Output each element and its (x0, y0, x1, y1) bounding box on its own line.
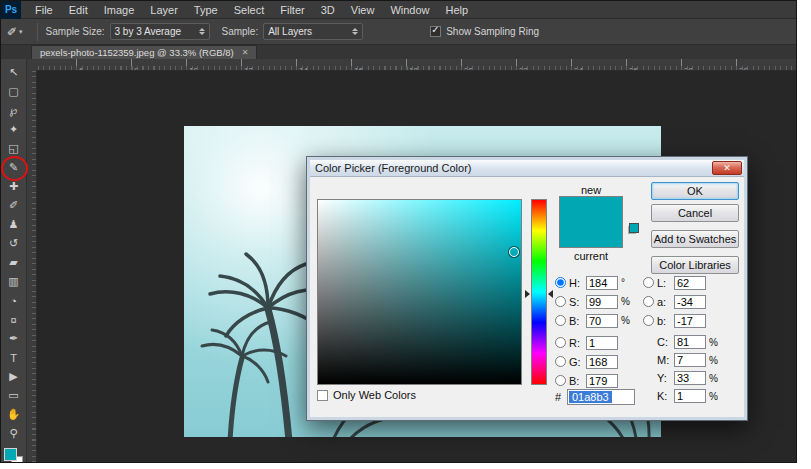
field-radio[interactable] (643, 296, 654, 307)
tab-close-icon[interactable]: ✕ (242, 48, 249, 57)
document-tab-bar: pexels-photo-1152359.jpeg @ 33.3% (RGB/8… (1, 45, 796, 59)
quick-selection-tool[interactable]: ✦ (1, 120, 27, 139)
dialog-title-bar[interactable]: Color Picker (Foreground Color) (310, 160, 744, 177)
menu-item[interactable]: File (27, 1, 61, 19)
type-tool[interactable]: T (1, 348, 27, 367)
sample-label: Sample: (222, 26, 259, 37)
clone-stamp-tool[interactable]: ♟ (1, 215, 27, 234)
menu-item[interactable]: Layer (142, 1, 186, 19)
hex-input[interactable]: 01a8b3 (567, 389, 635, 405)
eraser-tool[interactable]: ▰ (1, 253, 27, 272)
field-radio[interactable] (555, 375, 566, 386)
menu-item[interactable]: View (343, 1, 383, 19)
field-input[interactable] (586, 295, 618, 309)
field-label: M: (657, 354, 671, 366)
ruler-tick: 6 (76, 59, 131, 71)
field-row: B: (555, 371, 631, 390)
field-label: S: (569, 296, 583, 308)
field-input[interactable] (674, 335, 706, 349)
blur-tool[interactable]: ◔ (1, 291, 27, 310)
menu-item[interactable]: Select (226, 1, 273, 19)
healing-brush-tool[interactable]: ✚ (1, 177, 27, 196)
hex-row: # 01a8b3 (555, 389, 635, 405)
brush-tool[interactable]: ✐ (1, 196, 27, 215)
field-radio[interactable] (555, 356, 566, 367)
field-row: H: ° (555, 273, 631, 292)
field-radio[interactable] (643, 277, 654, 288)
hue-slider-handle[interactable] (548, 290, 553, 298)
history-brush-tool[interactable]: ↺ (1, 234, 27, 253)
field-input[interactable] (674, 276, 706, 290)
menu-item[interactable]: Window (382, 1, 437, 19)
web-safe-cube-icon[interactable] (629, 223, 639, 233)
menu-item[interactable]: Type (186, 1, 226, 19)
field-label: B: (569, 375, 583, 387)
hand-tool[interactable]: ✋ (1, 405, 27, 424)
checkbox-icon (430, 26, 441, 37)
field-row: R: (555, 333, 631, 352)
path-selection-tool[interactable]: ▶ (1, 367, 27, 386)
menu-item[interactable]: Filter (272, 1, 312, 19)
field-label: b: (657, 315, 671, 327)
field-row: L: (643, 273, 719, 292)
current-color-swatch (560, 222, 622, 247)
horizontal-ruler: 681012141618202224262830 (27, 59, 796, 71)
field-input[interactable] (586, 336, 618, 350)
zoom-tool[interactable]: ⚲ (1, 424, 27, 443)
only-web-colors-checkbox[interactable]: Only Web Colors (317, 389, 416, 401)
saturation-brightness-field[interactable] (317, 199, 522, 385)
show-sampling-ring-checkbox[interactable]: Show Sampling Ring (430, 26, 539, 37)
field-row: K: % (643, 387, 719, 405)
field-input[interactable] (674, 314, 706, 328)
field-radio[interactable] (555, 315, 566, 326)
field-radio[interactable] (555, 337, 566, 348)
dodge-tool[interactable]: ¤ (1, 310, 27, 329)
eyedropper-icon: ✐ (7, 25, 17, 39)
hue-slider-handle[interactable] (525, 290, 530, 298)
field-label: Y: (657, 372, 671, 384)
dialog-close-button[interactable]: ✕ (712, 161, 742, 175)
field-input[interactable] (674, 389, 706, 403)
color-field-marker[interactable] (509, 247, 519, 257)
field-radio[interactable] (643, 315, 654, 326)
rectangular-marquee-tool[interactable]: ▢ (1, 82, 27, 101)
options-bar: ✐ ▾ Sample Size: 3 by 3 Average Sample: … (1, 19, 796, 45)
field-radio[interactable] (555, 277, 566, 288)
add-to-swatches-button[interactable]: Add to Swatches (651, 230, 739, 248)
color-libraries-button[interactable]: Color Libraries (651, 256, 739, 274)
foreground-color-swatch[interactable] (4, 448, 17, 461)
lasso-tool[interactable]: ℘ (1, 101, 27, 120)
photoshop-window: Ps FileEditImageLayerTypeSelectFilter3DV… (0, 0, 797, 463)
tool-preset-picker[interactable]: ✐ ▾ (1, 22, 29, 42)
field-input[interactable] (674, 295, 706, 309)
field-radio[interactable] (555, 296, 566, 307)
gradient-tool[interactable]: ▥ (1, 272, 27, 291)
field-input[interactable] (674, 353, 706, 367)
field-input[interactable] (586, 355, 618, 369)
cancel-button[interactable]: Cancel (651, 204, 739, 222)
sample-size-dropdown[interactable]: 3 by 3 Average (110, 23, 210, 40)
move-tool[interactable]: ↖ (1, 63, 27, 82)
hue-slider[interactable] (531, 199, 547, 385)
field-input[interactable] (586, 314, 618, 328)
field-input[interactable] (586, 276, 618, 290)
document-tab[interactable]: pexels-photo-1152359.jpeg @ 33.3% (RGB/8… (31, 45, 257, 59)
field-label: B: (569, 315, 583, 327)
sample-dropdown[interactable]: All Layers (263, 23, 363, 40)
eyedropper-tool[interactable]: ✎ (1, 158, 27, 177)
field-unit: % (709, 373, 719, 384)
rectangle-tool[interactable]: ▭ (1, 386, 27, 405)
pen-tool[interactable]: ✒ (1, 329, 27, 348)
ok-button[interactable]: OK (651, 182, 739, 200)
field-label: K: (657, 390, 671, 402)
field-input[interactable] (674, 371, 706, 385)
ruler-tick: 28 (681, 59, 736, 71)
field-row: C: % (643, 333, 719, 351)
ruler-tick: 20 (461, 59, 516, 71)
menu-item[interactable]: Image (96, 1, 143, 19)
menu-item[interactable]: 3D (313, 1, 343, 19)
menu-item[interactable]: Help (438, 1, 477, 19)
menu-item[interactable]: Edit (61, 1, 96, 19)
field-input[interactable] (586, 374, 618, 388)
close-icon: ✕ (723, 164, 731, 173)
